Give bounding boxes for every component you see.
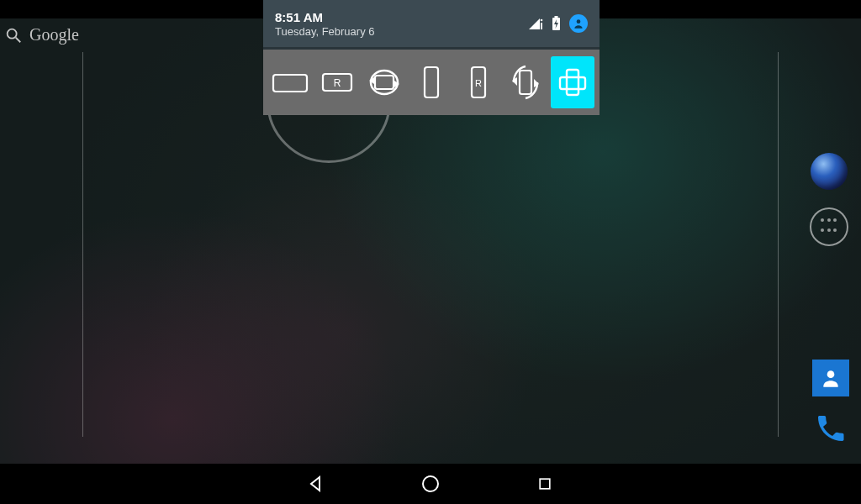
phone-app-icon[interactable] <box>812 410 849 447</box>
status-time: 8:51 AM <box>275 10 375 24</box>
globe-icon <box>811 153 848 190</box>
svg-rect-10 <box>273 75 307 92</box>
rotation-portrait-auto-button[interactable] <box>504 56 547 108</box>
person-icon <box>573 18 584 29</box>
svg-rect-21 <box>567 70 578 95</box>
svg-rect-5 <box>541 23 542 29</box>
apps-drawer-icon <box>810 207 848 246</box>
phone-handset-icon <box>812 410 849 447</box>
svg-point-6 <box>541 19 543 22</box>
rotation-tiles-row: R R <box>263 50 600 115</box>
svg-rect-4 <box>540 479 550 489</box>
recents-button[interactable] <box>534 473 556 495</box>
google-search-widget[interactable]: Google <box>0 25 79 45</box>
search-brand-label: Google <box>29 25 79 45</box>
svg-point-9 <box>577 19 581 24</box>
home-button[interactable] <box>420 473 441 495</box>
rotation-landscape-button[interactable] <box>268 56 312 108</box>
svg-point-2 <box>827 370 835 378</box>
page-indicator-right <box>778 52 779 437</box>
svg-rect-20 <box>560 77 585 89</box>
reverse-label: R <box>475 78 482 88</box>
quick-settings-header[interactable]: 8:51 AM Tuesday, February 6 <box>263 0 600 50</box>
cell-signal-icon <box>528 17 543 30</box>
rotation-full-auto-button[interactable] <box>551 56 594 108</box>
svg-point-0 <box>8 29 17 38</box>
status-date: Tuesday, February 6 <box>275 25 375 38</box>
battery-charging-icon <box>552 16 561 31</box>
page-indicator-left <box>82 52 83 437</box>
person-icon <box>812 360 849 396</box>
svg-rect-19 <box>520 71 531 94</box>
rotation-portrait-reverse-button[interactable]: R <box>457 56 500 108</box>
rotation-landscape-reverse-button[interactable]: R <box>315 56 359 108</box>
home-dock-lower <box>812 360 849 447</box>
datetime-block: 8:51 AM Tuesday, February 6 <box>275 10 375 38</box>
all-apps-button[interactable] <box>809 207 849 247</box>
home-dock-upper <box>809 151 849 247</box>
contacts-app-icon[interactable] <box>812 360 849 396</box>
svg-rect-15 <box>425 67 438 97</box>
rotation-portrait-button[interactable] <box>409 56 453 108</box>
search-icon <box>4 26 23 45</box>
rotation-landscape-auto-button[interactable] <box>362 56 406 108</box>
browser-app-icon[interactable] <box>809 151 849 192</box>
back-button[interactable] <box>305 473 327 495</box>
svg-point-3 <box>423 476 438 491</box>
svg-rect-8 <box>555 16 558 18</box>
user-avatar-button[interactable] <box>569 14 588 33</box>
system-navigation-bar <box>0 464 861 504</box>
quick-settings-panel: 8:51 AM Tuesday, February 6 <box>263 0 600 115</box>
reverse-label: R <box>334 77 341 89</box>
svg-rect-14 <box>375 76 394 89</box>
svg-line-1 <box>16 37 21 42</box>
